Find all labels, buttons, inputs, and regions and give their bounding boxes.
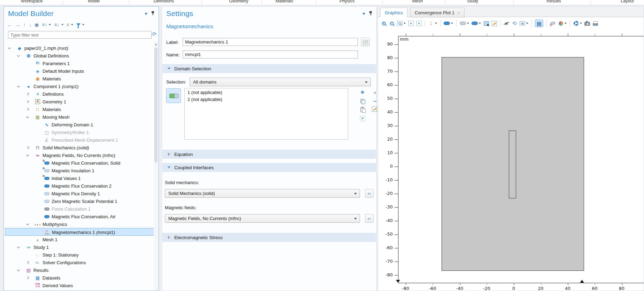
copy-selection-icon[interactable] [359, 98, 366, 104]
zoom-box-caret-icon[interactable] [404, 23, 406, 24]
tree-item-geometry-1[interactable]: AGeometry 1 [5, 98, 154, 105]
tree-item-magnetic-flux-conservation-air[interactable]: Magnetic Flux Conservation, Air [5, 213, 154, 220]
grid-icon[interactable]: ▦ [535, 19, 543, 27]
name-field[interactable] [183, 50, 358, 58]
menu-item-definitions[interactable]: Definitions [154, 0, 174, 3]
node-text-caret-icon[interactable] [71, 24, 73, 25]
tab-graphics[interactable]: Graphics [380, 8, 407, 17]
tree-item-solver-configurations[interactable]: ≡↓Solver Configurations [5, 259, 154, 266]
panel-menu-icon[interactable] [362, 13, 365, 15]
print-icon[interactable] [592, 19, 598, 27]
selection-combo[interactable]: All domains [190, 78, 371, 86]
tree-item-solid-mechanics[interactable]: ⊓Solid Mechanics (solid) [5, 144, 154, 151]
tree-item-initial-values-1[interactable]: DInitial Values 1 [5, 174, 154, 182]
scroll-up-icon[interactable]: ▲ [154, 42, 158, 47]
collapse-tree-caret-icon[interactable] [61, 24, 63, 25]
move-down-icon[interactable]: ↓ [29, 22, 31, 27]
select-domains-caret-icon[interactable] [451, 23, 453, 24]
go-to-view-icon[interactable]: ↑→ [428, 19, 434, 27]
expand-tree-caret-icon[interactable] [49, 24, 51, 25]
select-points-caret-icon[interactable] [479, 23, 481, 24]
zoom-box-icon[interactable] [397, 19, 402, 27]
tree-item-moving-mesh[interactable]: ▦Moving Mesh [5, 113, 154, 121]
tree-item-force-calculation-1[interactable]: Force Calculation 1 [5, 205, 154, 213]
menu-item-study[interactable]: Study [467, 0, 478, 3]
domain-list-item[interactable]: 1 (not applicable) [185, 88, 348, 95]
node-text-icon[interactable]: ≡ [67, 22, 69, 27]
chevron-right-icon[interactable] [26, 93, 29, 95]
filter-input[interactable] [8, 31, 152, 39]
magnet-rectangle[interactable] [509, 131, 516, 198]
next-node-icon[interactable]: → [15, 22, 20, 27]
tree-item-mesh-1[interactable]: ▲Mesh 1 [5, 236, 154, 243]
snapshot-caret-icon[interactable] [580, 23, 582, 24]
menu-item-mesh[interactable]: Mesh [412, 0, 423, 3]
tree-item-derived-values[interactable]: 8.85e-12Derived Values [5, 282, 154, 289]
tree-item-component-1[interactable]: ●Component 1 (comp1) [5, 82, 154, 90]
pin-icon[interactable] [369, 11, 372, 15]
add-icon[interactable]: + [372, 90, 378, 96]
section-equation[interactable]: Equation [162, 150, 376, 159]
hide-objects-icon[interactable]: ◉ [504, 19, 509, 27]
menu-item-layout[interactable]: Layout [621, 0, 634, 3]
tree-item-magnetic-flux-density-1[interactable]: Magnetic Flux Density 1 [5, 190, 154, 197]
tree-item-magnetic-insulation-1[interactable]: DMagnetic Insulation 1 [5, 167, 154, 174]
tree-item-materials[interactable]: ∷Materials [5, 105, 154, 113]
tree-item-global-definitions[interactable]: ⊕Global Definitions [5, 52, 154, 60]
tree-item-step-1-stationary[interactable]: ∟Step 1: Stationary [5, 251, 154, 259]
chevron-right-icon[interactable] [26, 146, 29, 149]
chevron-right-icon[interactable] [26, 108, 29, 111]
solid-mechanics-combo[interactable]: Solid Mechanics (solid) [165, 189, 360, 198]
tree-item-parameters-1[interactable]: PiParameters 1 [5, 60, 154, 67]
zoom-out-icon[interactable]: − [389, 19, 394, 27]
go-to-magnetic-source-button[interactable]: ≡↑ [365, 214, 374, 223]
tree-item-study-1[interactable]: ∞Study 1 [5, 243, 154, 251]
menu-item-results[interactable]: Results [546, 0, 561, 3]
chevron-down-icon[interactable] [8, 46, 11, 49]
domain-list-item[interactable]: 2 (not applicable) [185, 95, 348, 102]
tree-item-paper20-1-mph[interactable]: ◆paper20_1.mph (root) [5, 44, 154, 52]
close-icon[interactable]: × [457, 10, 460, 15]
scene-appearance-caret-icon[interactable] [565, 23, 567, 24]
chevron-down-icon[interactable] [17, 85, 20, 87]
menu-item-workspace[interactable]: Workspace [21, 0, 43, 3]
magnetic-fields-combo[interactable]: Magnetic Fields, No Currents (mfnc) [165, 214, 360, 223]
zoom-in-icon[interactable]: + [381, 19, 386, 27]
menu-item-materials[interactable]: Materials [276, 0, 293, 3]
pin-icon[interactable] [151, 11, 154, 15]
erase-image-icon[interactable] [550, 19, 555, 27]
select-domains-icon[interactable] [444, 19, 450, 27]
paste-selection-icon[interactable] [359, 107, 366, 113]
panel-menu-icon[interactable] [145, 13, 147, 15]
view-hidden-icon[interactable]: ◉ [520, 19, 525, 27]
rename-button[interactable] [361, 38, 370, 46]
chevron-down-icon[interactable] [26, 222, 29, 225]
filter-icon[interactable] [76, 23, 80, 26]
move-up-icon[interactable]: ↑ [23, 22, 26, 27]
tree-item-magnetic-flux-conservation-solid[interactable]: DMagnetic Flux Conservation, Solid [5, 159, 154, 167]
go-to-solid-source-button[interactable]: ≡↑ [365, 189, 374, 198]
create-selection-icon[interactable]: ❖ [359, 89, 366, 95]
collapse-tree-icon[interactable]: ≡↓ [54, 22, 59, 27]
menu-item-physics[interactable]: Physics [339, 0, 354, 3]
refresh-icon[interactable]: ⟳ [152, 31, 156, 37]
tree-item-default-model-inputs[interactable]: ◈Default Model Inputs [5, 67, 154, 75]
select-box-icon[interactable] [483, 19, 489, 27]
tab-convergence-plot-1[interactable]: Convergence Plot 1× [410, 8, 465, 17]
tree-item-zero-magnetic-scalar-potential-1[interactable]: Zero Magnetic Scalar Potential 1 [5, 197, 154, 205]
section-electromagnetic-stress[interactable]: Electromagnetic Stress [162, 233, 376, 242]
zoom-extents-icon[interactable]: + [408, 19, 414, 27]
chevron-down-icon[interactable] [26, 154, 29, 156]
chevron-down-icon[interactable] [26, 115, 29, 118]
active-toggle-button[interactable] [166, 88, 181, 103]
tree-item-materials[interactable]: ◉Materials [5, 75, 154, 82]
tree-item-magnetic-fields-no-currents[interactable]: ∞Magnetic Fields, No Currents (mfnc) [5, 151, 154, 159]
image-capture-icon[interactable] [584, 19, 590, 27]
scene-appearance-icon[interactable] [558, 19, 564, 27]
zoom-to-selection-icon[interactable]: + [359, 115, 366, 121]
chevron-down-icon[interactable] [17, 268, 20, 271]
menu-item-geometry[interactable]: Geometry [229, 0, 248, 3]
tree-scrollbar[interactable]: ▲ [154, 41, 158, 291]
zoom-selected-icon[interactable]: + [416, 19, 422, 27]
domain-selection-list[interactable]: 1 (not applicable)2 (not applicable) [184, 88, 348, 140]
